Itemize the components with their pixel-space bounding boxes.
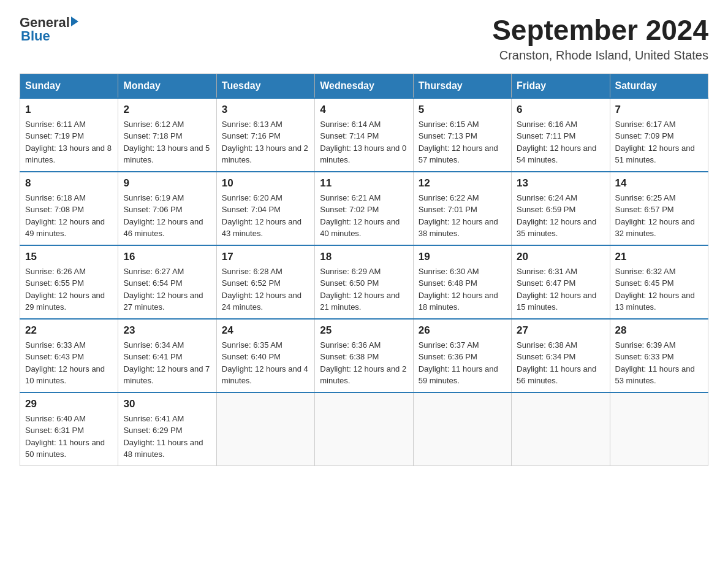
day-info: Sunrise: 6:30 AMSunset: 6:48 PMDaylight:… [419, 266, 506, 313]
day-info: Sunrise: 6:32 AMSunset: 6:45 PMDaylight:… [615, 266, 703, 313]
day-info: Sunrise: 6:33 AMSunset: 6:43 PMDaylight:… [25, 339, 113, 387]
calendar-cell: 10 Sunrise: 6:20 AMSunset: 7:04 PMDaylig… [216, 172, 314, 245]
calendar-cell: 2 Sunrise: 6:12 AMSunset: 7:18 PMDayligh… [118, 98, 216, 172]
day-info: Sunrise: 6:40 AMSunset: 6:31 PMDaylight:… [25, 413, 113, 461]
calendar-header-row: Sunday Monday Tuesday Wednesday Thursday… [20, 74, 708, 98]
calendar-week-row-1: 1 Sunrise: 6:11 AMSunset: 7:19 PMDayligh… [20, 98, 708, 172]
calendar-cell: 15 Sunrise: 6:26 AMSunset: 6:55 PMDaylig… [20, 245, 118, 319]
calendar-cell [512, 393, 610, 466]
day-number: 16 [123, 251, 211, 263]
day-info: Sunrise: 6:14 AMSunset: 7:14 PMDaylight:… [320, 118, 408, 166]
calendar-cell: 22 Sunrise: 6:33 AMSunset: 6:43 PMDaylig… [20, 319, 118, 393]
calendar-table: Sunday Monday Tuesday Wednesday Thursday… [20, 74, 708, 466]
day-number: 10 [222, 177, 309, 190]
day-number: 11 [320, 177, 408, 190]
day-number: 14 [615, 177, 703, 190]
day-number: 23 [123, 324, 211, 337]
col-tuesday: Tuesday [216, 74, 314, 98]
day-info: Sunrise: 6:11 AMSunset: 7:19 PMDaylight:… [25, 118, 113, 166]
day-number: 25 [320, 324, 408, 337]
day-info: Sunrise: 6:25 AMSunset: 6:57 PMDaylight:… [615, 192, 703, 240]
day-number: 21 [615, 251, 703, 263]
day-info: Sunrise: 6:31 AMSunset: 6:47 PMDaylight:… [517, 266, 604, 313]
calendar-cell: 13 Sunrise: 6:24 AMSunset: 6:59 PMDaylig… [512, 172, 610, 245]
calendar-cell: 19 Sunrise: 6:30 AMSunset: 6:48 PMDaylig… [413, 245, 511, 319]
day-number: 15 [25, 251, 113, 263]
calendar-cell: 26 Sunrise: 6:37 AMSunset: 6:36 PMDaylig… [413, 319, 511, 393]
calendar-cell: 9 Sunrise: 6:19 AMSunset: 7:06 PMDayligh… [118, 172, 216, 245]
calendar-cell [216, 393, 314, 466]
day-info: Sunrise: 6:22 AMSunset: 7:01 PMDaylight:… [419, 192, 506, 240]
calendar-cell: 1 Sunrise: 6:11 AMSunset: 7:19 PMDayligh… [20, 98, 118, 172]
calendar-cell: 3 Sunrise: 6:13 AMSunset: 7:16 PMDayligh… [216, 98, 314, 172]
day-number: 9 [123, 177, 211, 190]
day-number: 5 [419, 104, 506, 116]
day-number: 28 [615, 324, 703, 337]
day-number: 12 [419, 177, 506, 190]
day-number: 18 [320, 251, 408, 263]
day-number: 20 [517, 251, 604, 263]
day-number: 17 [222, 251, 309, 263]
day-info: Sunrise: 6:12 AMSunset: 7:18 PMDaylight:… [123, 118, 211, 166]
calendar-cell: 24 Sunrise: 6:35 AMSunset: 6:40 PMDaylig… [216, 319, 314, 393]
day-info: Sunrise: 6:39 AMSunset: 6:33 PMDaylight:… [615, 339, 703, 387]
calendar-week-row-2: 8 Sunrise: 6:18 AMSunset: 7:08 PMDayligh… [20, 172, 708, 245]
day-number: 30 [123, 398, 211, 410]
day-info: Sunrise: 6:16 AMSunset: 7:11 PMDaylight:… [517, 118, 604, 166]
calendar-week-row-4: 22 Sunrise: 6:33 AMSunset: 6:43 PMDaylig… [20, 319, 708, 393]
calendar-cell: 18 Sunrise: 6:29 AMSunset: 6:50 PMDaylig… [315, 245, 413, 319]
calendar-cell: 6 Sunrise: 6:16 AMSunset: 7:11 PMDayligh… [512, 98, 610, 172]
calendar-cell: 25 Sunrise: 6:36 AMSunset: 6:38 PMDaylig… [315, 319, 413, 393]
day-number: 4 [320, 104, 408, 116]
calendar-cell: 7 Sunrise: 6:17 AMSunset: 7:09 PMDayligh… [610, 98, 708, 172]
page-title: September 2024 [492, 15, 708, 46]
day-info: Sunrise: 6:29 AMSunset: 6:50 PMDaylight:… [320, 266, 408, 313]
day-info: Sunrise: 6:19 AMSunset: 7:06 PMDaylight:… [123, 192, 211, 240]
day-info: Sunrise: 6:36 AMSunset: 6:38 PMDaylight:… [320, 339, 408, 387]
day-info: Sunrise: 6:34 AMSunset: 6:41 PMDaylight:… [123, 339, 211, 387]
day-number: 6 [517, 104, 604, 116]
calendar-week-row-5: 29 Sunrise: 6:40 AMSunset: 6:31 PMDaylig… [20, 393, 708, 466]
day-info: Sunrise: 6:41 AMSunset: 6:29 PMDaylight:… [123, 413, 211, 461]
calendar-cell: 21 Sunrise: 6:32 AMSunset: 6:45 PMDaylig… [610, 245, 708, 319]
day-number: 29 [25, 398, 113, 410]
day-number: 19 [419, 251, 506, 263]
col-wednesday: Wednesday [315, 74, 413, 98]
col-friday: Friday [512, 74, 610, 98]
day-info: Sunrise: 6:15 AMSunset: 7:13 PMDaylight:… [419, 118, 506, 166]
calendar-cell: 16 Sunrise: 6:27 AMSunset: 6:54 PMDaylig… [118, 245, 216, 319]
calendar-cell: 20 Sunrise: 6:31 AMSunset: 6:47 PMDaylig… [512, 245, 610, 319]
day-info: Sunrise: 6:35 AMSunset: 6:40 PMDaylight:… [222, 339, 309, 387]
day-info: Sunrise: 6:17 AMSunset: 7:09 PMDaylight:… [615, 118, 703, 166]
day-number: 22 [25, 324, 113, 337]
calendar-cell: 5 Sunrise: 6:15 AMSunset: 7:13 PMDayligh… [413, 98, 511, 172]
day-info: Sunrise: 6:20 AMSunset: 7:04 PMDaylight:… [222, 192, 309, 240]
calendar-cell: 17 Sunrise: 6:28 AMSunset: 6:52 PMDaylig… [216, 245, 314, 319]
calendar-cell: 8 Sunrise: 6:18 AMSunset: 7:08 PMDayligh… [20, 172, 118, 245]
calendar-cell: 30 Sunrise: 6:41 AMSunset: 6:29 PMDaylig… [118, 393, 216, 466]
day-number: 13 [517, 177, 604, 190]
col-sunday: Sunday [20, 74, 118, 98]
calendar-cell [610, 393, 708, 466]
day-number: 26 [419, 324, 506, 337]
page-subtitle: Cranston, Rhode Island, United States [492, 48, 708, 63]
calendar-cell: 14 Sunrise: 6:25 AMSunset: 6:57 PMDaylig… [610, 172, 708, 245]
day-info: Sunrise: 6:18 AMSunset: 7:08 PMDaylight:… [25, 192, 113, 240]
day-number: 8 [25, 177, 113, 190]
col-saturday: Saturday [610, 74, 708, 98]
calendar-cell: 12 Sunrise: 6:22 AMSunset: 7:01 PMDaylig… [413, 172, 511, 245]
calendar-cell [413, 393, 511, 466]
calendar-cell: 4 Sunrise: 6:14 AMSunset: 7:14 PMDayligh… [315, 98, 413, 172]
day-info: Sunrise: 6:26 AMSunset: 6:55 PMDaylight:… [25, 266, 113, 313]
day-info: Sunrise: 6:13 AMSunset: 7:16 PMDaylight:… [222, 118, 309, 166]
day-number: 3 [222, 104, 309, 116]
day-number: 7 [615, 104, 703, 116]
day-number: 24 [222, 324, 309, 337]
col-monday: Monday [118, 74, 216, 98]
day-number: 1 [25, 104, 113, 116]
calendar-cell: 23 Sunrise: 6:34 AMSunset: 6:41 PMDaylig… [118, 319, 216, 393]
day-info: Sunrise: 6:21 AMSunset: 7:02 PMDaylight:… [320, 192, 408, 240]
calendar-cell: 27 Sunrise: 6:38 AMSunset: 6:34 PMDaylig… [512, 319, 610, 393]
title-area: September 2024 Cranston, Rhode Island, U… [492, 15, 708, 63]
day-info: Sunrise: 6:27 AMSunset: 6:54 PMDaylight:… [123, 266, 211, 313]
